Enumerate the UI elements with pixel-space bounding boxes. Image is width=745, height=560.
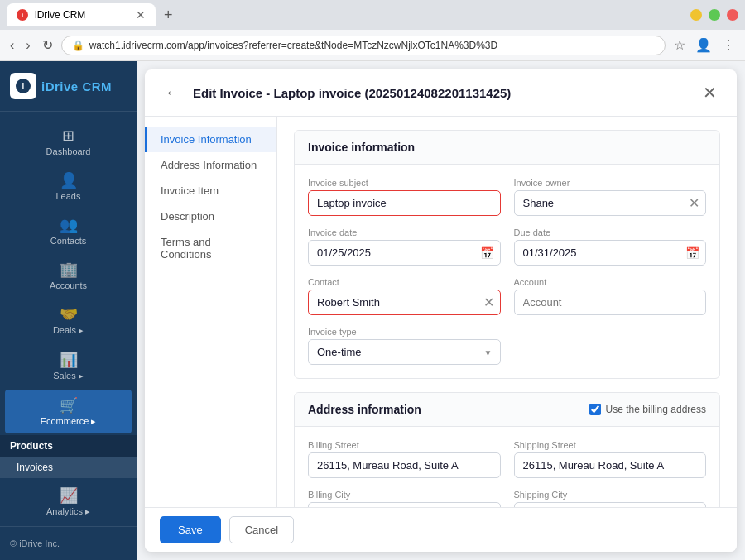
maximize-button[interactable]: □ bbox=[709, 9, 720, 21]
logo-text: iDrive CRM bbox=[41, 79, 112, 93]
accounts-icon: 🏢 bbox=[60, 261, 78, 279]
sidebar-footer: © iDrive Inc. bbox=[0, 526, 137, 560]
invoice-type-row: Invoice type One-time Recurring bbox=[308, 327, 706, 365]
shipping-city-label: Shipping City bbox=[514, 490, 707, 500]
invoice-type-group: Invoice type One-time Recurring bbox=[308, 327, 501, 365]
menu-icon[interactable]: ⋮ bbox=[719, 34, 738, 56]
main-content: ← Edit Invoice - Laptop invoice (2025012… bbox=[137, 61, 745, 560]
invoice-owner-label: Invoice owner bbox=[514, 178, 707, 188]
account-input[interactable] bbox=[514, 290, 707, 315]
sidebar-label-deals: Deals ▸ bbox=[53, 325, 84, 336]
products-section-header: Products bbox=[0, 435, 137, 457]
invoice-information-section: Invoice information Invoice subject bbox=[294, 130, 720, 379]
invoice-type-select-wrap: One-time Recurring bbox=[308, 339, 501, 365]
sidebar-item-accounts[interactable]: 🏢 Accounts bbox=[5, 254, 132, 297]
tab-close-button[interactable]: ✕ bbox=[136, 9, 146, 21]
sidebar-item-deals[interactable]: 🤝 Deals ▸ bbox=[5, 299, 132, 342]
contact-clear-button[interactable]: ✕ bbox=[483, 296, 494, 309]
form-bottom-bar: Save Cancel bbox=[145, 507, 737, 552]
sidebar-label-contacts: Contacts bbox=[50, 236, 86, 246]
contact-group: Contact ✕ bbox=[308, 277, 501, 315]
app-logo: i iDrive CRM bbox=[0, 61, 137, 112]
invoice-date-calendar-icon[interactable]: 📅 bbox=[480, 246, 494, 260]
invoice-subject-wrap bbox=[308, 190, 501, 216]
panel-back-button[interactable]: ← bbox=[160, 83, 185, 103]
billing-city-label: Billing City bbox=[308, 490, 501, 500]
footer-copyright: © iDrive Inc. bbox=[0, 534, 137, 553]
left-navigation: Invoice Information Address Information … bbox=[145, 117, 277, 507]
close-button[interactable]: ✕ bbox=[727, 9, 738, 21]
nav-item-invoice-item[interactable]: Invoice Item bbox=[145, 178, 276, 203]
address-information-section: Address information Use the billing addr… bbox=[294, 392, 720, 507]
nav-item-description[interactable]: Description bbox=[145, 203, 276, 229]
sidebar-label-dashboard: Dashboard bbox=[46, 146, 91, 156]
analytics-icon: 📈 bbox=[60, 486, 78, 505]
invoice-date-input[interactable] bbox=[308, 240, 501, 266]
profile-icon[interactable]: 👤 bbox=[692, 34, 715, 56]
sidebar-item-sales[interactable]: 📊 Sales ▸ bbox=[5, 344, 132, 388]
address-bar-text: watch1.idrivecrm.com/app/invoices?referr… bbox=[89, 40, 655, 51]
invoice-subject-input[interactable] bbox=[308, 190, 501, 216]
due-date-wrap: 📅 bbox=[514, 240, 707, 266]
sidebar-item-contacts[interactable]: 👥 Contacts bbox=[5, 209, 132, 252]
contact-label: Contact bbox=[308, 277, 501, 287]
browser-nav-bar: ‹ › ↻ 🔒 watch1.idrivecrm.com/app/invoice… bbox=[0, 30, 745, 61]
new-tab-button[interactable]: + bbox=[161, 7, 176, 22]
sidebar-label-sales: Sales ▸ bbox=[53, 371, 84, 381]
due-date-calendar-icon[interactable]: 📅 bbox=[685, 246, 699, 260]
billing-street-label: Billing Street bbox=[308, 440, 501, 450]
window-controls: − □ ✕ bbox=[690, 9, 738, 21]
leads-icon: 👤 bbox=[60, 171, 78, 189]
browser-action-icons: ☆ 👤 ⋮ bbox=[670, 34, 738, 56]
nav-item-terms-conditions[interactable]: Terms and Conditions bbox=[145, 229, 276, 267]
cancel-button[interactable]: Cancel bbox=[229, 516, 294, 543]
invoice-owner-input[interactable] bbox=[514, 190, 707, 216]
browser-tab[interactable]: i iDrive CRM ✕ bbox=[7, 3, 156, 26]
sidebar-label-analytics: Analytics ▸ bbox=[46, 506, 90, 517]
nav-item-invoice-information[interactable]: Invoice Information bbox=[145, 127, 276, 152]
sidebar-invoices-item[interactable]: Invoices bbox=[0, 457, 137, 478]
tab-title: iDrive CRM bbox=[35, 9, 85, 21]
billing-street-input[interactable] bbox=[308, 452, 501, 478]
shipping-city-input[interactable] bbox=[514, 502, 707, 507]
sidebar-item-ecommerce[interactable]: 🛒 Ecommerce ▸ bbox=[5, 390, 132, 433]
browser-title-bar: i iDrive CRM ✕ + − □ ✕ bbox=[0, 0, 745, 30]
invoice-subject-label: Invoice subject bbox=[308, 178, 501, 188]
minimize-button[interactable]: − bbox=[690, 9, 702, 21]
bookmark-icon[interactable]: ☆ bbox=[670, 34, 689, 56]
account-group: Account bbox=[514, 277, 707, 315]
sidebar-item-leads[interactable]: 👤 Leads bbox=[5, 165, 132, 208]
invoice-owner-wrap: ✕ bbox=[514, 190, 707, 216]
contact-input[interactable] bbox=[308, 290, 501, 315]
account-wrap bbox=[514, 290, 707, 315]
sidebar-item-dashboard[interactable]: ⊞ Dashboard bbox=[5, 120, 132, 163]
forward-navigation-button[interactable]: › bbox=[22, 35, 33, 56]
sidebar-label-accounts: Accounts bbox=[50, 280, 87, 290]
shipping-col: Shipping Street Shipping City Shipping S bbox=[514, 440, 707, 507]
form-content: Invoice information Invoice subject bbox=[277, 117, 737, 507]
sidebar-nav: ⊞ Dashboard 👤 Leads 👥 Contacts 🏢 Account… bbox=[0, 112, 137, 526]
address-header-row: Address information Use the billing addr… bbox=[295, 393, 719, 427]
reload-button[interactable]: ↻ bbox=[39, 34, 56, 56]
logo-icon: i bbox=[10, 73, 36, 99]
use-billing-label[interactable]: Use the billing address bbox=[589, 404, 706, 415]
sales-icon: 📊 bbox=[60, 351, 78, 369]
due-date-input[interactable] bbox=[514, 240, 707, 266]
invoice-type-select[interactable]: One-time Recurring bbox=[308, 339, 501, 365]
invoice-owner-clear-button[interactable]: ✕ bbox=[689, 197, 699, 210]
panel-close-button[interactable]: ✕ bbox=[698, 81, 722, 104]
shipping-street-label: Shipping Street bbox=[514, 440, 707, 450]
use-billing-checkbox[interactable] bbox=[589, 404, 601, 415]
sidebar: i iDrive CRM ⊞ Dashboard 👤 Leads 👥 Conta… bbox=[0, 61, 137, 560]
save-button[interactable]: Save bbox=[160, 516, 221, 543]
shipping-street-input[interactable] bbox=[514, 452, 707, 478]
back-navigation-button[interactable]: ‹ bbox=[7, 35, 17, 56]
address-bar[interactable]: 🔒 watch1.idrivecrm.com/app/invoices?refe… bbox=[61, 36, 666, 55]
dates-row: Invoice date 📅 Due date bbox=[308, 227, 706, 266]
panel-body: Invoice Information Address Information … bbox=[145, 117, 737, 507]
sidebar-item-analytics[interactable]: 📈 Analytics ▸ bbox=[5, 480, 132, 524]
nav-item-address-information[interactable]: Address Information bbox=[145, 152, 276, 178]
address-columns: Billing Street Billing City Billing Stat bbox=[308, 440, 706, 507]
billing-city-input[interactable] bbox=[308, 502, 501, 507]
edit-invoice-panel: ← Edit Invoice - Laptop invoice (2025012… bbox=[145, 69, 737, 552]
